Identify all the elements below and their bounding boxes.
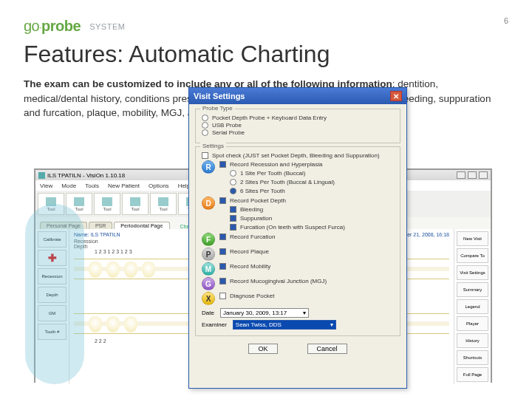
rec-opt-2[interactable]: 2 Sites Per Tooth (Buccal & Lingual) [230, 179, 335, 185]
examiner-label: Examiner [202, 321, 227, 328]
badge-recession-icon: R [202, 160, 215, 174]
chevron-down-icon: ▾ [330, 321, 333, 328]
probe-radio-serial[interactable]: Serial Probe [202, 129, 394, 136]
spot-check[interactable]: Spot check (JUST set Pocket Depth, Bleed… [202, 152, 394, 159]
right-btn-history[interactable]: History [457, 333, 488, 348]
right-btn-legend[interactable]: Legend [457, 299, 488, 314]
dialog-title: Visit Settings [194, 92, 245, 100]
check-diagnose[interactable]: Diagnose Pocket [219, 293, 274, 299]
check-plaque[interactable]: Record Plaque [219, 248, 269, 255]
check-mgj[interactable]: Record Mucogingival Junction (MGJ) [219, 278, 327, 284]
right-btn-summary[interactable]: Summary [457, 282, 488, 297]
check-furcation-suspect[interactable]: Furcation (On teeth with Suspect Furca) [230, 224, 345, 231]
rec-opt-6[interactable]: 6 Sites Per Tooth [230, 188, 335, 194]
tab-psr[interactable]: PSR [89, 222, 112, 229]
slide-title: Features: Automatic Charting [24, 41, 508, 68]
minimize-button[interactable] [457, 171, 466, 179]
badge-diagnose-icon: X [202, 292, 215, 305]
probe-type-group: Probe Type Pocket Depth Probe + Keyboard… [195, 109, 400, 143]
visit-settings-dialog: Visit Settings ✕ Probe Type Pocket Depth… [188, 87, 407, 389]
app-title: ILS TPATILN - VisiOn 1.10.18 [47, 172, 125, 179]
check-bleeding[interactable]: Bleeding [230, 206, 345, 213]
check-recession[interactable]: Record Recession and Hyperplasia [219, 161, 335, 168]
toolbar-button[interactable]: Tool [150, 193, 177, 215]
check-depth[interactable]: Record Pocket Depth [219, 197, 345, 204]
dialog-titlebar: Visit Settings ✕ [189, 88, 406, 104]
ok-button[interactable]: OK [248, 344, 277, 354]
dialog-close-button[interactable]: ✕ [390, 91, 402, 101]
cancel-button[interactable]: Cancel [307, 344, 347, 354]
examiner-value: Sean Twiss, DDS [236, 321, 282, 328]
badge-depth-icon: D [202, 197, 215, 210]
right-btn-shortcuts[interactable]: Shortcuts [457, 350, 488, 365]
tab-perio[interactable]: Periodontal Page [114, 222, 169, 229]
probe-radio-usb[interactable]: USB Probe [202, 122, 394, 129]
probe-radio-keyboard[interactable]: Pocket Depth Probe + Keyboard Data Entry [202, 115, 394, 121]
badge-plaque-icon: P [202, 248, 215, 261]
brand-go: go [24, 18, 39, 34]
menu-view[interactable]: View [40, 183, 52, 189]
right-btn-newvisit[interactable]: New Visit [457, 231, 488, 246]
check-furcation[interactable]: Record Furcation [219, 233, 275, 240]
logo-row: go·probe SYSTEM [24, 18, 508, 35]
badge-mobility-icon: M [202, 262, 215, 276]
badge-mgj-icon: G [202, 277, 215, 290]
date-label: Date [202, 310, 214, 316]
check-suppuration[interactable]: Suppuration [230, 215, 345, 222]
brand-probe: probe [41, 18, 81, 34]
menu-mode[interactable]: Mode [61, 183, 76, 189]
date-value: January 30, 2009, 13:17 [223, 310, 287, 316]
app-icon [38, 172, 45, 179]
page-number: 6 [504, 16, 508, 25]
toolbar-button[interactable]: Tool [94, 193, 120, 215]
menu-newpatient[interactable]: New Patient [108, 183, 140, 189]
settings-group: Settings Spot check (JUST set Pocket Dep… [195, 146, 400, 336]
badge-furcation-icon: F [202, 233, 215, 246]
chevron-down-icon: ▾ [303, 310, 306, 316]
probe-type-label: Probe Type [200, 105, 235, 112]
examiner-select[interactable]: Sean Twiss, DDS ▾ [233, 320, 336, 330]
right-btn-fullpage[interactable]: Full Page [457, 367, 488, 382]
right-btn-visitsettings[interactable]: Visit Settings [457, 265, 488, 280]
brand-logo: go·probe [24, 18, 81, 35]
right-btn-compare[interactable]: Compare To [457, 248, 488, 263]
menu-options[interactable]: Options [149, 183, 169, 189]
maximize-button[interactable] [468, 171, 477, 179]
rec-opt-1[interactable]: 1 Site Per Tooth (Buccal) [230, 170, 335, 177]
date-input[interactable]: January 30, 2009, 13:17 ▾ [220, 308, 309, 318]
toolbar-button[interactable]: Tool [122, 193, 149, 215]
right-btn-player[interactable]: Player [457, 316, 488, 331]
system-label: SYSTEM [89, 22, 125, 31]
settings-label: Settings [200, 143, 226, 149]
close-button[interactable] [479, 171, 488, 179]
menu-tools[interactable]: Tools [85, 183, 99, 189]
check-mobility[interactable]: Record Mobility [219, 263, 270, 270]
highlight-oval [25, 204, 84, 384]
right-toolbar: New Visit Compare To Visit Settings Summ… [454, 229, 491, 384]
